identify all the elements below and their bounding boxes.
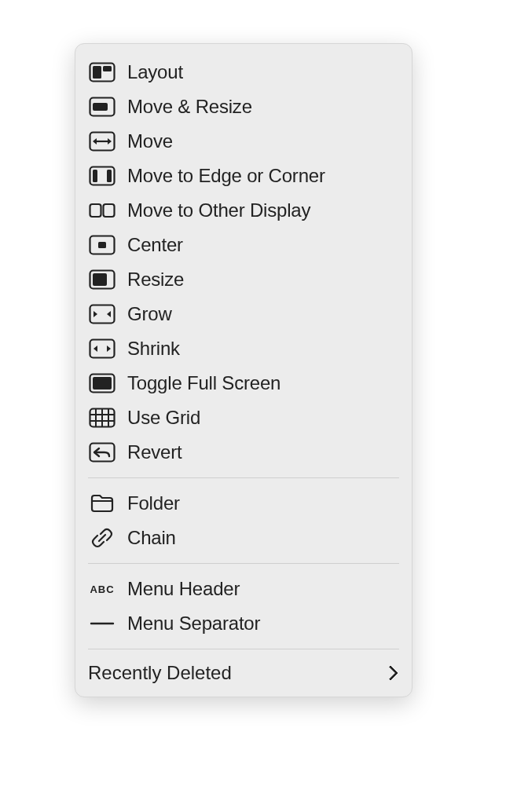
menu-item-label: Layout	[127, 61, 183, 84]
menu-item-label: Revert	[127, 441, 182, 464]
menu-item-label: Move to Edge or Corner	[127, 165, 325, 188]
folder-icon	[88, 492, 116, 514]
menu-item-move-edge-corner[interactable]: Move to Edge or Corner	[75, 159, 412, 193]
svg-marker-7	[93, 138, 97, 144]
svg-marker-22	[94, 346, 97, 352]
svg-rect-11	[107, 170, 112, 182]
svg-rect-12	[90, 204, 101, 217]
svg-marker-23	[107, 346, 111, 352]
menu-item-label: Recently Deleted	[88, 662, 232, 684]
menu-item-move-display[interactable]: Move to Other Display	[75, 193, 412, 228]
menu-item-label: Menu Separator	[127, 613, 260, 635]
chain-icon	[88, 527, 116, 549]
menu-item-label: Folder	[127, 492, 180, 515]
menu-item-grow[interactable]: Grow	[75, 297, 412, 331]
layout-icon	[88, 61, 116, 83]
move-edge-corner-icon	[88, 165, 116, 187]
menu-item-center[interactable]: Center	[75, 228, 412, 262]
menu-separator	[88, 563, 399, 564]
menu-item-label: Grow	[127, 303, 172, 326]
menu-item-label: Move to Other Display	[127, 199, 310, 222]
svg-rect-13	[104, 204, 115, 217]
menu-item-label: Center	[127, 234, 183, 257]
move-icon	[88, 130, 116, 152]
shrink-icon	[88, 338, 116, 360]
menu-item-move[interactable]: Move	[75, 124, 412, 159]
menu-item-fullscreen[interactable]: Toggle Full Screen	[75, 366, 412, 401]
separator-icon	[88, 613, 116, 635]
menu-item-label: Resize	[127, 269, 184, 291]
menu-item-folder[interactable]: Folder	[75, 486, 412, 521]
svg-rect-15	[98, 242, 106, 248]
menu-item-grid[interactable]: Use Grid	[75, 401, 412, 435]
menu-item-label: Chain	[127, 527, 176, 550]
revert-icon	[88, 441, 116, 463]
chevron-right-icon	[383, 665, 398, 681]
svg-marker-8	[108, 138, 112, 144]
menu-item-recently-deleted[interactable]: Recently Deleted	[75, 657, 412, 686]
grid-icon	[88, 407, 116, 429]
menu-item-separator[interactable]: Menu Separator	[75, 606, 412, 641]
center-icon	[88, 234, 116, 256]
menu-item-revert[interactable]: Revert	[75, 435, 412, 470]
svg-marker-19	[94, 311, 97, 317]
menu-item-label: Move & Resize	[127, 96, 252, 119]
svg-rect-17	[93, 273, 107, 286]
fullscreen-icon	[88, 372, 116, 394]
resize-icon	[88, 269, 116, 291]
menu-item-resize[interactable]: Resize	[75, 262, 412, 297]
menu-item-label: Toggle Full Screen	[127, 372, 280, 395]
menu-item-shrink[interactable]: Shrink	[75, 331, 412, 366]
menu-separator	[88, 649, 399, 649]
menu-item-label: Shrink	[127, 338, 180, 360]
svg-rect-2	[103, 66, 112, 71]
menu-item-label: Menu Header	[127, 578, 240, 601]
svg-rect-4	[93, 103, 108, 111]
menu-item-move-resize[interactable]: Move & Resize	[75, 90, 412, 124]
move-display-icon	[88, 199, 116, 221]
menu-item-chain[interactable]: Chain	[75, 521, 412, 555]
menu-item-label: Move	[127, 130, 173, 153]
menu-separator	[88, 477, 399, 478]
svg-marker-20	[107, 311, 111, 317]
abc-icon: ABC	[88, 578, 116, 600]
svg-rect-10	[93, 170, 97, 182]
svg-rect-1	[93, 66, 101, 79]
svg-line-34	[99, 535, 105, 541]
menu-item-header[interactable]: ABC Menu Header	[75, 572, 412, 606]
menu-item-layout[interactable]: Layout	[75, 55, 412, 90]
move-resize-icon	[88, 96, 116, 118]
grow-icon	[88, 303, 116, 325]
menu-item-label: Use Grid	[127, 407, 200, 430]
menu-panel: Layout Move & Resize Move	[75, 43, 412, 697]
svg-rect-25	[93, 377, 112, 390]
